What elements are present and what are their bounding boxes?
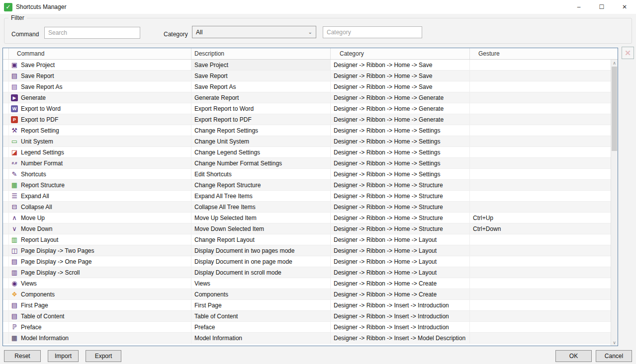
category-cell: Designer -> Ribbon -> Home -> Layout (331, 234, 470, 245)
cancel-button[interactable]: Cancel (596, 350, 632, 362)
row-gutter (3, 158, 9, 169)
table-row[interactable]: ❖ComponentsComponentsDesigner -> Ribbon … (3, 289, 611, 300)
table-row[interactable]: ∨Move DownMove Down Selected ItemDesigne… (3, 223, 611, 234)
description-cell: Display Document in scroll mode (191, 267, 331, 278)
category-dropdown[interactable]: All ⌄ (192, 26, 316, 38)
table-row[interactable]: ▤Table of ContentTable of ContentDesigne… (3, 311, 611, 322)
table-row[interactable]: ▤Save ReportSave ReportDesigner -> Ribbo… (3, 71, 611, 81)
command-text: Generate (21, 94, 46, 101)
scroll-up-arrow-icon[interactable]: ∧ (611, 60, 618, 66)
description-cell: Collapse All Tree Items (191, 202, 331, 213)
command-text: Unit System (21, 138, 53, 145)
command-cell: ▤Save Report As (9, 81, 191, 92)
gesture-cell (470, 136, 611, 147)
category-cell: Designer -> Ribbon -> Home -> Settings (331, 169, 470, 180)
gesture-cell (470, 234, 611, 245)
category-filter-input[interactable] (323, 26, 422, 38)
table-row[interactable]: ▤Save Report AsSave Report AsDesigner ->… (3, 81, 611, 92)
close-button[interactable]: ✕ (613, 0, 636, 14)
gesture-cell (470, 114, 611, 125)
description-cell: Move Up Selected Item (191, 213, 331, 223)
remove-gesture-button[interactable]: ✕ (622, 47, 634, 59)
table-row[interactable]: ▥Page Display -> ScrollDisplay Document … (3, 267, 611, 278)
first-page-icon: ▤ (10, 301, 18, 309)
gesture-cell (470, 125, 611, 136)
table-row[interactable]: ◪Legend SettingsChange Legend SettingsDe… (3, 147, 611, 158)
command-text: Save Report (21, 73, 54, 79)
column-header-gesture[interactable]: Gesture (470, 48, 618, 59)
command-cell: ▦Model Information (9, 333, 191, 344)
table-row[interactable]: ▣Save ProjectSave ProjectDesigner -> Rib… (3, 60, 611, 71)
command-cell: ◫Page Display -> Two Pages (9, 245, 191, 256)
command-cell: ❖Components (9, 289, 191, 300)
minimize-button[interactable]: – (567, 0, 590, 14)
table-row[interactable]: ◉ViewsViewsDesigner -> Ribbon -> Home ->… (3, 278, 611, 289)
command-cell: ∧Move Up (9, 213, 191, 223)
table-row[interactable]: ▶GenerateGenerate ReportDesigner -> Ribb… (3, 92, 611, 103)
command-text: Table of Content (21, 313, 64, 320)
description-cell: Model Information (191, 333, 331, 344)
category-cell: Designer -> Ribbon -> Home -> Generate (331, 92, 470, 103)
table-row[interactable]: ⚒Report SettingChange Report SettingsDes… (3, 125, 611, 136)
table-row[interactable]: ▤Page Display -> One PageDisplay Documen… (3, 256, 611, 267)
row-gutter (3, 60, 9, 71)
description-cell: Save Project (191, 60, 331, 71)
column-header-description[interactable]: Description (191, 48, 331, 59)
description-cell: Table of Content (191, 311, 331, 322)
column-header-command[interactable]: Command (9, 48, 191, 59)
row-gutter (3, 103, 9, 114)
scroll-down-arrow-icon[interactable]: ∨ (611, 339, 618, 346)
command-cell: ∨Move Down (9, 223, 191, 234)
command-cell: ▣Save Project (9, 60, 191, 71)
table-row[interactable]: WExport to WordExport Report to WordDesi… (3, 103, 611, 114)
table-row[interactable]: ▦Model InformationModel InformationDesig… (3, 333, 611, 344)
import-button[interactable]: Import (48, 350, 79, 362)
table-row[interactable]: PExport to PDFExport Report to PDFDesign… (3, 114, 611, 125)
window-title: Shortcuts Manager (16, 3, 66, 10)
category-cell: Designer -> Ribbon -> Home -> Create (331, 278, 470, 289)
table-row[interactable]: ▥Report LayoutChange Report LayoutDesign… (3, 234, 611, 245)
legend-settings-icon: ◪ (10, 148, 18, 156)
filter-legend: Filter (8, 14, 27, 21)
command-cell: ☰Expand All (9, 191, 191, 202)
column-header-category[interactable]: Category (331, 48, 470, 59)
description-cell: Export Report to Word (191, 103, 331, 114)
one-page-icon: ▤ (10, 258, 18, 266)
maximize-button[interactable]: ☐ (590, 0, 613, 14)
table-row[interactable]: #.#Number FormatChange Number Format Set… (3, 158, 611, 169)
table-row[interactable]: ℙPrefacePrefaceDesigner -> Ribbon -> Ins… (3, 322, 611, 333)
number-format-icon: #.# (10, 159, 18, 167)
category-dropdown-value: All (196, 29, 202, 36)
ok-button[interactable]: OK (555, 350, 592, 362)
command-cell: ▥Report Layout (9, 234, 191, 245)
table-body: ▣Save ProjectSave ProjectDesigner -> Rib… (3, 60, 611, 346)
table-row[interactable]: ▦Report StructureChange Report Structure… (3, 180, 611, 191)
command-cell: ◪Legend Settings (9, 147, 191, 158)
table-row[interactable]: ◫Page Display -> Two PagesDisplay Docume… (3, 245, 611, 256)
table-row[interactable]: ∧Move UpMove Up Selected ItemDesigner ->… (3, 213, 611, 223)
category-cell: Designer -> Ribbon -> Home -> Structure (331, 213, 470, 223)
description-cell: First Page (191, 300, 331, 311)
report-structure-icon: ▦ (10, 181, 18, 189)
command-cell: ℙPreface (9, 322, 191, 333)
table-row[interactable]: ⊟Collapse AllCollapse All Tree ItemsDesi… (3, 202, 611, 213)
collapse-all-icon: ⊟ (10, 203, 18, 211)
category-cell: Designer -> Ribbon -> Insert -> Introduc… (331, 311, 470, 322)
table-row[interactable]: ▭Unit SystemChange Unit SystemDesigner -… (3, 136, 611, 147)
scrollbar-thumb[interactable] (612, 67, 617, 151)
title-bar: ✓ Shortcuts Manager – ☐ ✕ (0, 0, 636, 14)
reset-button[interactable]: Reset (4, 350, 41, 362)
category-cell: Designer -> Ribbon -> Home -> Settings (331, 147, 470, 158)
description-cell: Change Legend Settings (191, 147, 331, 158)
command-search-input[interactable] (44, 27, 140, 39)
export-button[interactable]: Export (86, 350, 121, 362)
category-cell: Designer -> Ribbon -> Home -> Generate (331, 114, 470, 125)
table-row[interactable]: ☰Expand AllExpand All Tree ItemsDesigner… (3, 191, 611, 202)
gesture-cell (470, 311, 611, 322)
command-cell: WExport to Word (9, 103, 191, 114)
gesture-cell (470, 278, 611, 289)
table-row[interactable]: ▤First PageFirst PageDesigner -> Ribbon … (3, 300, 611, 311)
table-row[interactable]: ✎ShortcutsEdit ShortcutsDesigner -> Ribb… (3, 169, 611, 180)
description-cell: Save Report (191, 71, 331, 81)
vertical-scrollbar[interactable]: ∧ ∨ (611, 60, 618, 346)
